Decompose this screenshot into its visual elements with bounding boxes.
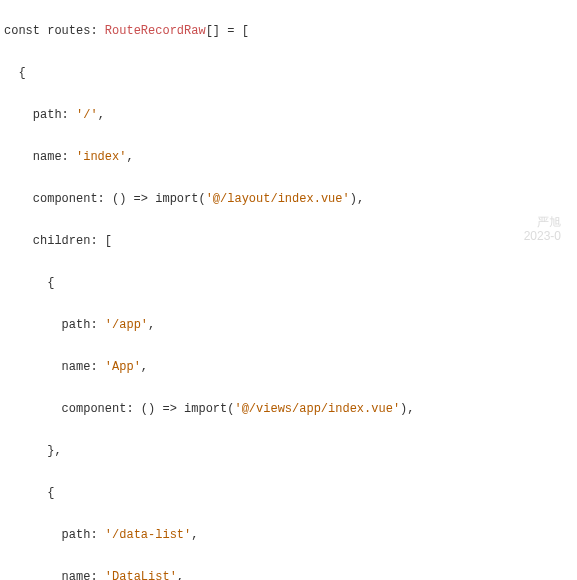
code-block: const routes: RouteRecordRaw[] = [ { pat… [0,0,577,580]
